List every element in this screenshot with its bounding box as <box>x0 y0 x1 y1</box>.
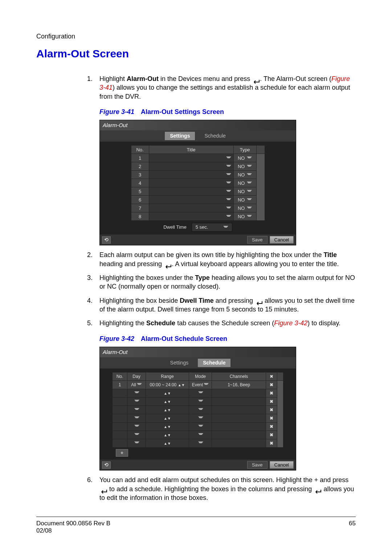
channels-select[interactable] <box>212 423 266 431</box>
row-no: 7 <box>131 204 149 212</box>
day-select[interactable]: All <box>127 381 146 389</box>
type-select[interactable]: NO <box>234 162 256 170</box>
mode-select[interactable] <box>189 423 212 431</box>
mode-select[interactable] <box>189 406 212 414</box>
title-input[interactable] <box>149 171 233 179</box>
day-select[interactable] <box>127 423 146 431</box>
scrollbar[interactable] <box>257 154 265 220</box>
day-select[interactable] <box>127 406 146 414</box>
delete-row-button[interactable]: ✖ <box>266 423 277 431</box>
delete-row-button[interactable]: ✖ <box>266 414 277 422</box>
mode-select[interactable] <box>189 414 212 422</box>
range-select[interactable]: 00:00 ~ 24:00 ▲▼ <box>146 381 189 389</box>
enter-icon <box>252 77 260 82</box>
channels-select[interactable] <box>212 389 266 397</box>
save-button[interactable]: Save <box>247 461 268 469</box>
title-input[interactable] <box>149 162 233 170</box>
type-select[interactable]: NO <box>234 154 256 162</box>
title-input[interactable] <box>149 204 233 212</box>
text-bold: Alarm-Out <box>127 75 159 82</box>
day-select[interactable] <box>127 398 146 406</box>
figure-label: Figure 3-41 <box>99 108 134 115</box>
title-input[interactable] <box>149 212 233 220</box>
range-select[interactable]: ▲▼ <box>146 414 189 422</box>
mode-select[interactable] <box>189 389 212 397</box>
text: You can add and edit alarm output schedu… <box>99 476 314 484</box>
dwell-value[interactable]: 5 sec. <box>192 223 232 232</box>
text: in the Devices menu and press <box>159 75 252 82</box>
delete-row-button[interactable]: ✖ <box>266 381 277 389</box>
step-6: 6. You can add and edit alarm output sch… <box>87 476 356 502</box>
cancel-button[interactable]: Cancel <box>270 236 294 244</box>
title-input[interactable] <box>149 179 233 187</box>
text: heading and pressing <box>99 260 164 268</box>
back-icon[interactable]: ⟲ <box>102 236 111 244</box>
tab-settings[interactable]: Settings <box>165 359 194 367</box>
delete-row-button[interactable]: ✖ <box>266 431 277 439</box>
type-select[interactable]: NO <box>234 187 256 195</box>
col-delete: ✖ <box>266 372 277 380</box>
row-no <box>113 423 127 431</box>
type-select[interactable]: NO <box>234 212 256 220</box>
day-select[interactable] <box>127 414 146 422</box>
range-select[interactable]: ▲▼ <box>146 423 189 431</box>
row-no: 2 <box>131 162 149 170</box>
doc-date: 02/08 <box>36 527 110 534</box>
delete-row-button[interactable]: ✖ <box>266 406 277 414</box>
dvr-tabs: Settings Schedule <box>100 130 296 142</box>
type-select[interactable]: NO <box>234 179 256 187</box>
step-number: 6. <box>87 476 99 502</box>
mode-select[interactable] <box>189 439 212 447</box>
type-select[interactable]: NO <box>234 196 256 204</box>
cancel-button[interactable]: Cancel <box>270 461 294 469</box>
col-channels: Channels <box>212 372 266 380</box>
doc-id: Document 900.0856 Rev B <box>36 520 110 527</box>
type-select[interactable]: NO <box>234 204 256 212</box>
tab-schedule[interactable]: Schedule <box>198 359 230 367</box>
title-input[interactable] <box>149 187 233 195</box>
figure-label: Figure 3-42 <box>99 335 134 342</box>
type-select[interactable]: NO <box>234 171 256 179</box>
delete-row-button[interactable]: ✖ <box>266 389 277 397</box>
range-select[interactable]: ▲▼ <box>146 439 189 447</box>
mode-select[interactable] <box>189 431 212 439</box>
figure-ref: Figure 3-42 <box>274 319 307 327</box>
delete-row-button[interactable]: ✖ <box>266 398 277 406</box>
col-title: Title <box>149 146 233 154</box>
channels-select[interactable] <box>212 439 266 447</box>
day-select[interactable] <box>127 431 146 439</box>
channels-select[interactable]: 1~16, Beep <box>212 381 266 389</box>
day-select[interactable] <box>127 389 146 397</box>
channels-select[interactable] <box>212 414 266 422</box>
save-button[interactable]: Save <box>247 236 268 244</box>
title-input[interactable] <box>149 196 233 204</box>
tab-schedule[interactable]: Schedule <box>199 132 230 140</box>
mode-select[interactable] <box>189 398 212 406</box>
step-number: 2. <box>87 250 99 268</box>
delete-row-button[interactable]: ✖ <box>266 439 277 447</box>
back-icon[interactable]: ⟲ <box>102 461 111 469</box>
mode-select[interactable]: Event <box>189 381 212 389</box>
channels-select[interactable] <box>212 431 266 439</box>
day-select[interactable] <box>127 439 146 447</box>
alarm-out-schedule-screenshot: Alarm-Out Settings Schedule No. Day Rang… <box>99 347 296 471</box>
settings-table: No. Title Type 1NO 2NO 3NO 4NO 5NO 6NO 7… <box>131 145 265 221</box>
scrollbar[interactable] <box>277 381 283 447</box>
row-no: 3 <box>131 171 149 179</box>
range-select[interactable]: ▲▼ <box>146 431 189 439</box>
col-no: No. <box>113 372 127 380</box>
col-type: Type <box>234 146 256 154</box>
channels-select[interactable] <box>212 406 266 414</box>
range-select[interactable]: ▲▼ <box>146 406 189 414</box>
add-schedule-button[interactable]: + <box>116 449 128 457</box>
text: to add a schedule. Highlighting the boxe… <box>107 485 314 493</box>
dvr-tabs: Settings Schedule <box>100 357 296 368</box>
range-select[interactable]: ▲▼ <box>146 389 189 397</box>
text-bold: Title <box>323 251 337 258</box>
dvr-window-title: Alarm-Out <box>100 120 296 130</box>
channels-select[interactable] <box>212 398 266 406</box>
range-select[interactable]: ▲▼ <box>146 398 189 406</box>
enter-icon <box>164 262 172 267</box>
tab-settings[interactable]: Settings <box>165 132 195 140</box>
title-input[interactable] <box>149 154 233 162</box>
